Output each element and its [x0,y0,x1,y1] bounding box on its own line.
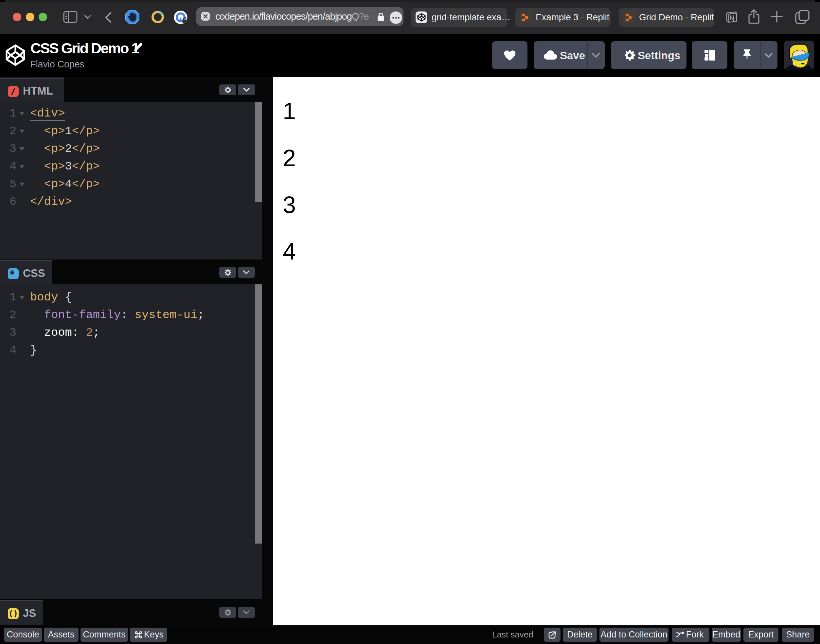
svg-text:*: * [10,268,14,279]
